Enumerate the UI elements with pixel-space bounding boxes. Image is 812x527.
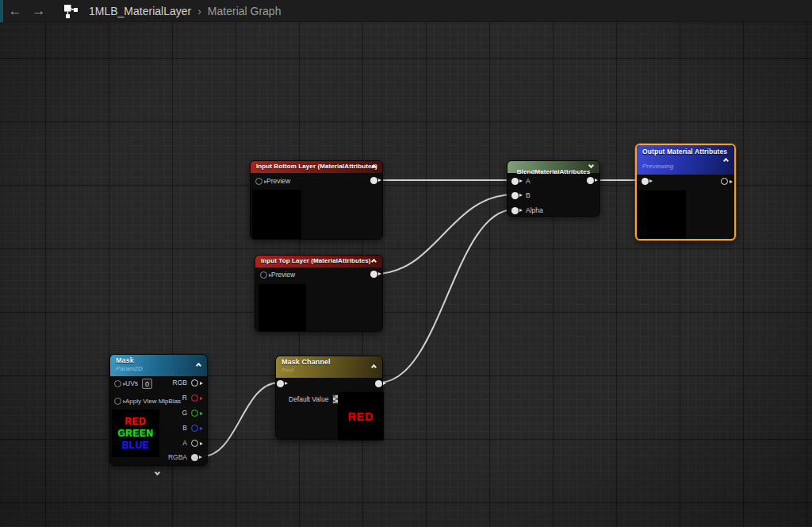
node-subtitle: Param2D [116, 365, 201, 372]
output-pin-r[interactable] [191, 394, 198, 402]
chevron-down-icon[interactable] [588, 162, 594, 167]
input-pin-preview[interactable] [260, 271, 267, 279]
node-preview-thumbnail: RED GREEN BLUE [112, 410, 159, 457]
pin-label: RGBA [168, 453, 187, 461]
material-graph-icon [57, 0, 84, 22]
graph-toolbar: ← → 1MLB_MaterialLayer › Material Graph [0, 0, 812, 22]
node-title: BlendMaterialAttributes [517, 168, 591, 175]
node-title: Mask Channel [282, 358, 377, 366]
node-preview-thumbnail [259, 284, 306, 332]
node-input-bottom-layer[interactable]: Input Bottom Layer (MaterialAttributes) … [250, 160, 383, 240]
output-pin-b[interactable] [191, 425, 198, 432]
node-subtitle: Previewing [642, 163, 729, 170]
wire-toplayer-to-blend-b[interactable] [375, 194, 514, 274]
input-pin[interactable] [642, 178, 649, 185]
node-header[interactable]: Mask Param2D [110, 355, 207, 376]
node-mask-texture-param[interactable]: Mask Param2D UVs 0 Apply View MipBias RE… [109, 354, 208, 466]
default-value-label: Default Value [289, 395, 328, 403]
input-pin[interactable] [277, 380, 284, 387]
output-pin[interactable] [370, 177, 377, 184]
node-subtitle: Red [282, 367, 377, 374]
input-pin-a[interactable] [511, 178, 519, 185]
wire-mask-rgba-to-maskchannel[interactable] [202, 383, 279, 456]
node-header[interactable]: Input Top Layer (MaterialAttributes) [255, 256, 382, 267]
breadcrumb-asset-name[interactable]: 1MLB_MaterialLayer [89, 5, 191, 17]
input-pin-preview[interactable] [255, 178, 262, 185]
breadcrumb-current-graph[interactable]: Material Graph [208, 5, 282, 17]
pin-label: Preview [266, 177, 290, 185]
pin-label: B [526, 191, 530, 199]
breadcrumb-separator-icon: › [197, 5, 201, 17]
node-header[interactable]: Input Bottom Layer (MaterialAttributes) [251, 161, 382, 173]
node-header[interactable]: Output Material Attributes Previewing [637, 145, 734, 175]
output-pin-rgb[interactable] [191, 379, 198, 387]
forward-button[interactable]: → [27, 0, 51, 22]
pin-label: G [182, 409, 187, 417]
input-pin-mipbias[interactable] [114, 398, 121, 405]
node-mask-channel[interactable]: Mask Channel Red Default Value RED [275, 356, 383, 440]
node-title: Input Top Layer (MaterialAttributes) [261, 257, 377, 264]
node-header[interactable]: BlendMaterialAttributes [508, 161, 599, 173]
output-pin[interactable] [370, 271, 377, 278]
pin-label: A [182, 439, 187, 447]
back-button[interactable]: ← [3, 0, 27, 22]
pin-label: R [182, 394, 187, 402]
output-pin-a[interactable] [191, 440, 198, 447]
output-pin-g[interactable] [191, 410, 198, 417]
node-blend-material-attributes[interactable]: BlendMaterialAttributes A B Alpha [507, 160, 600, 217]
input-pin-uvs[interactable] [114, 380, 121, 387]
output-pin[interactable] [587, 177, 594, 184]
node-title: Mask [116, 356, 201, 364]
pin-label: Apply View MipBias [125, 398, 181, 405]
node-input-top-layer[interactable]: Input Top Layer (MaterialAttributes) Pre… [255, 255, 383, 332]
node-title: Input Bottom Layer (MaterialAttributes) [256, 163, 377, 170]
node-title: Output Material Attributes [642, 148, 729, 156]
input-pin-b[interactable] [511, 192, 519, 199]
pin-label: RGB [173, 379, 187, 387]
node-output-material-attributes[interactable]: Output Material Attributes Previewing [635, 144, 736, 240]
pin-label: A [526, 177, 530, 185]
uvs-value-field[interactable]: 0 [142, 379, 152, 389]
node-preview-thumbnail [638, 190, 686, 239]
pin-label: B [182, 424, 187, 432]
pin-label: Alpha [526, 206, 543, 214]
preview-text-green: GREEN [117, 428, 153, 439]
node-header[interactable]: Mask Channel Red [276, 356, 382, 378]
wire-maskchannel-to-blend-alpha[interactable] [379, 210, 514, 383]
node-preview-thumbnail: RED [338, 392, 384, 440]
output-pin-rgba[interactable] [191, 454, 198, 461]
preview-text-blue: BLUE [122, 440, 150, 451]
preview-text-red: RED [348, 410, 374, 423]
pin-label: UVs [125, 379, 138, 387]
pin-label: Preview [271, 271, 295, 279]
input-pin-alpha[interactable] [511, 207, 519, 214]
output-pin[interactable] [721, 178, 728, 185]
node-preview-thumbnail [252, 190, 301, 239]
preview-text-red: RED [125, 416, 147, 427]
output-pin[interactable] [375, 380, 382, 387]
